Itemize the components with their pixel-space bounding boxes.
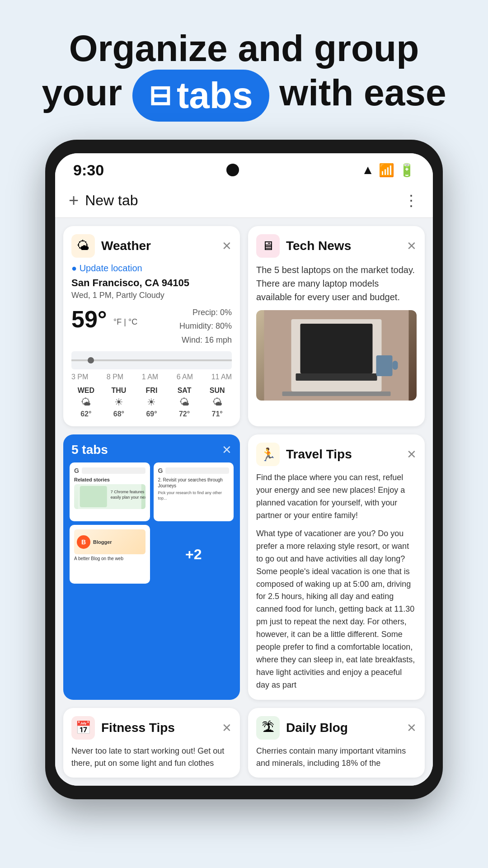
cards-grid: 🌤 Weather ✕ Update location San Francisc… <box>55 218 433 786</box>
tabs-group-header: 5 tabs ✕ <box>63 434 240 462</box>
camera-dot <box>226 164 239 176</box>
forecast-wed: WED 🌤 62° <box>71 387 101 418</box>
svg-text:7 Chrome features to: 7 Chrome features to <box>111 490 145 494</box>
daily-close-button[interactable]: ✕ <box>407 722 417 734</box>
daily-text: Cherries contain many important vitamins… <box>248 745 425 778</box>
weather-icon: 🌤 <box>71 234 95 258</box>
travel-card-header: 🏃 Travel Tips ✕ <box>248 434 425 472</box>
blogger-icon: B <box>77 535 90 549</box>
weather-card-header: 🌤 Weather ✕ <box>63 226 240 263</box>
hero-section: Organize and group your ⊟ tabs with ease <box>0 0 488 140</box>
travel-body: Find the place where you can rest, refue… <box>248 472 425 699</box>
travel-para1: Find the place where you can rest, refue… <box>256 472 417 522</box>
tabs-group-label: 5 tabs <box>71 443 222 457</box>
weather-description: Wed, 1 PM, Partly Cloudy <box>71 291 232 300</box>
hero-line1-text: Organize and group <box>69 28 419 69</box>
travel-close-button[interactable]: ✕ <box>407 448 417 460</box>
weather-update-location[interactable]: Update location <box>71 263 232 274</box>
svg-rect-5 <box>376 355 393 376</box>
fitness-title: Fitness Tips <box>101 721 216 735</box>
weather-timeline <box>71 351 232 369</box>
chrome-bar[interactable]: + New tab ⋮ <box>55 184 433 218</box>
fitness-close-button[interactable]: ✕ <box>222 722 232 734</box>
precip: Precip: 0% <box>179 306 232 320</box>
hero-prefix: your <box>42 72 122 113</box>
weather-body: Update location San Francisco, CA 94105 … <box>63 263 240 427</box>
travel-tips-card[interactable]: 🏃 Travel Tips ✕ Find the place where you… <box>248 434 425 699</box>
phone-screen: 9:30 ▲ 📶 🔋 + New tab ⋮ 🌤 Weather ✕ <box>55 153 433 786</box>
signal-icon: 📶 <box>379 163 394 178</box>
temp-value: 59 <box>71 306 98 332</box>
svg-rect-6 <box>393 361 398 370</box>
daily-title: Daily Blog <box>286 721 400 735</box>
mini-tab-2[interactable]: G 2. Revisit your searches through Journ… <box>154 462 234 521</box>
tech-image <box>256 310 417 401</box>
weather-location: San Francisco, CA 94105 <box>71 277 232 289</box>
phone-mockup: 9:30 ▲ 📶 🔋 + New tab ⋮ 🌤 Weather ✕ <box>45 140 443 799</box>
fitness-tips-card[interactable]: 📅 Fitness Tips ✕ Never too late to start… <box>63 708 240 778</box>
tabs-group-close-button[interactable]: ✕ <box>222 443 232 457</box>
chrome-menu-button[interactable]: ⋮ <box>404 191 419 209</box>
mini-tab-1[interactable]: G Related stories 7 Chrome features to e… <box>70 462 150 521</box>
new-tab-plus-icon[interactable]: + <box>69 191 79 210</box>
mini-tab-2-search <box>165 467 229 474</box>
hero-suffix: with ease <box>279 72 446 113</box>
tech-close-button[interactable]: ✕ <box>407 240 417 252</box>
daily-blog-card[interactable]: 🏝 Daily Blog ✕ Cherries contain many imp… <box>248 708 425 778</box>
mini-tab-3-img: B Blogger <box>74 529 145 554</box>
pill-text: tabs <box>177 74 253 117</box>
status-bar: 9:30 ▲ 📶 🔋 <box>55 153 433 184</box>
tabs-pill: ⊟ tabs <box>132 70 269 121</box>
travel-title: Travel Tips <box>286 447 400 462</box>
tech-news-card[interactable]: 🖥 Tech News ✕ The 5 best laptops on the … <box>248 226 425 427</box>
fitness-text: Never too late to start working out! Get… <box>63 745 240 778</box>
weather-close-button[interactable]: ✕ <box>222 240 232 252</box>
tech-title: Tech News <box>286 239 400 253</box>
forecast-thu: THU ☀ 68° <box>104 387 134 418</box>
wind: Wind: 16 mph <box>179 333 232 347</box>
tech-body: The 5 best laptops on the market today. … <box>248 263 425 409</box>
weather-temperature: 59° <box>71 306 113 332</box>
weather-details: Precip: 0% Humidity: 80% Wind: 16 mph <box>179 306 232 347</box>
svg-rect-8 <box>80 486 107 507</box>
new-tab-label: New tab <box>85 192 404 209</box>
daily-icon: 🏝 <box>256 716 280 740</box>
battery-icon: 🔋 <box>399 163 415 178</box>
tabs-group-card[interactable]: 5 tabs ✕ G Related stories <box>63 434 240 699</box>
tech-card-header: 🖥 Tech News ✕ <box>248 226 425 263</box>
tech-text: The 5 best laptops on the market today. … <box>256 263 417 304</box>
mini-tab-1-search <box>82 467 145 474</box>
forecast-sun: SUN 🌤 71° <box>202 387 232 418</box>
wifi-icon: ▲ <box>361 163 374 177</box>
mini-tab-plus[interactable]: +2 <box>154 525 234 584</box>
humidity: Humidity: 80% <box>179 319 232 333</box>
fitness-icon: 📅 <box>71 716 95 740</box>
weather-forecast: WED 🌤 62° THU ☀ 68° FRI ☀ 69° <box>71 387 232 418</box>
weather-unit: °F | °C <box>113 317 137 326</box>
plus-label: +2 <box>185 546 202 563</box>
forecast-fri: FRI ☀ 69° <box>137 387 166 418</box>
tabs-mini-grid: G Related stories 7 Chrome features to e… <box>63 462 240 590</box>
svg-rect-3 <box>300 324 373 373</box>
travel-para2: What type of vacationer are you? Do you … <box>256 528 417 692</box>
weather-title: Weather <box>101 239 216 253</box>
status-icons: ▲ 📶 🔋 <box>361 163 415 178</box>
mini-tab-1-img: 7 Chrome features to easily plan your ne… <box>74 484 145 509</box>
hero-line1: Organize and group <box>27 27 461 70</box>
tabs-icon: ⊟ <box>149 80 171 111</box>
svg-rect-4 <box>296 373 377 381</box>
mini-tab-3[interactable]: B Blogger A better Blog on the web <box>70 525 150 584</box>
status-time: 9:30 <box>73 161 104 179</box>
travel-text: Find the place where you can rest, refue… <box>256 472 417 691</box>
daily-card-header: 🏝 Daily Blog ✕ <box>248 708 425 745</box>
svg-text:easily plan your next trip: easily plan your next trip <box>111 495 145 500</box>
travel-icon: 🏃 <box>256 443 280 466</box>
weather-times: 3 PM 8 PM 1 AM 6 AM 11 AM <box>71 373 232 381</box>
forecast-sat: SAT 🌤 72° <box>170 387 199 418</box>
hero-line2: your ⊟ tabs with ease <box>27 70 461 121</box>
weather-card[interactable]: 🌤 Weather ✕ Update location San Francisc… <box>63 226 240 427</box>
tech-icon: 🖥 <box>256 234 280 258</box>
fitness-card-header: 📅 Fitness Tips ✕ <box>63 708 240 745</box>
svg-rect-1 <box>282 392 391 396</box>
